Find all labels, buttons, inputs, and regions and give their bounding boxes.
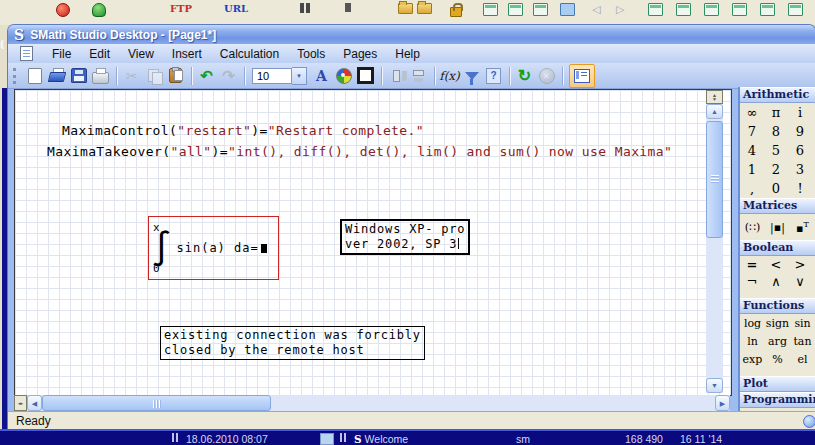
window-icon[interactable]	[788, 3, 803, 16]
palette-header-arithmetic[interactable]: Arithmetic	[740, 87, 815, 103]
palette-item-and[interactable]: ∧	[764, 274, 788, 289]
undo-button[interactable]: ↶	[196, 66, 217, 86]
paste-button[interactable]	[165, 66, 186, 86]
palette-item-infinity[interactable]: ∞	[740, 105, 764, 120]
palette-item-matrix[interactable]: (∷)	[740, 221, 765, 234]
palette-item-0[interactable]: 0	[764, 181, 788, 196]
palette-item-1[interactable]: 1	[740, 162, 764, 177]
palette-item-determinant[interactable]: |▪|	[765, 221, 790, 234]
ftp-button[interactable]: FTP	[170, 3, 192, 14]
palette-item-exp[interactable]: exp	[740, 353, 765, 366]
palette-item-pi[interactable]: π	[764, 105, 788, 120]
window-icon[interactable]	[533, 3, 548, 16]
menu-pages[interactable]: Pages	[334, 45, 386, 63]
palette-item-2[interactable]: 2	[764, 162, 788, 177]
palette-item-arg[interactable]: arg	[765, 335, 790, 348]
palette-item-7[interactable]: 7	[740, 124, 764, 139]
font-size-combobox[interactable]: 10	[252, 68, 292, 84]
selected-integral-region[interactable]: x ∫ 0 sin(a) da=	[148, 216, 279, 280]
new-button[interactable]	[24, 66, 45, 86]
scroll-up-button[interactable]: ▲	[706, 104, 723, 119]
burst-icon[interactable]	[92, 3, 106, 17]
save-button[interactable]	[68, 66, 89, 86]
redo-button[interactable]: ↷	[218, 66, 239, 86]
toolbar-grip[interactable]	[13, 68, 19, 84]
side-panel-toggle-button[interactable]	[569, 64, 595, 88]
open-button[interactable]	[46, 66, 67, 86]
window-icon[interactable]	[676, 3, 691, 16]
url-button[interactable]: URL	[224, 3, 248, 14]
help-button[interactable]: ?	[483, 66, 504, 86]
align-vertical-button[interactable]	[408, 66, 429, 86]
print-button[interactable]	[90, 66, 111, 86]
palette-item-3[interactable]: 3	[788, 162, 812, 177]
window-icon[interactable]	[483, 3, 498, 16]
palette-header-functions[interactable]: Functions	[740, 298, 815, 314]
scroll-left-button[interactable]: ◀	[27, 395, 42, 411]
border-button[interactable]	[355, 66, 376, 86]
palette-header-plot[interactable]: Plot	[740, 376, 815, 392]
palette-item-4[interactable]: 4	[740, 143, 764, 158]
palette-header-programming[interactable]: Programming	[740, 392, 815, 408]
palette-color-button[interactable]	[333, 66, 354, 86]
recalculate-button[interactable]: ↻	[514, 66, 535, 86]
palette-item-i[interactable]: i	[788, 105, 812, 120]
function-button[interactable]: f(x)	[439, 66, 460, 86]
cut-button[interactable]	[121, 66, 142, 86]
vertical-scrollbar[interactable]: ▲▼ ▲ ▼	[706, 90, 723, 393]
taskbar-app-button[interactable]: SWelcome	[354, 433, 408, 445]
folder-icon[interactable]	[398, 3, 413, 14]
flower-icon[interactable]	[56, 3, 70, 17]
palette-item-el[interactable]: el	[790, 353, 815, 366]
align-horizontal-button[interactable]	[386, 66, 407, 86]
filter-button[interactable]	[461, 66, 482, 86]
folder-icon[interactable]	[417, 3, 432, 14]
window-icon[interactable]	[704, 3, 719, 16]
text-region-connection[interactable]: existing connection was forcibly closed …	[160, 326, 425, 360]
palette-item-6[interactable]: 6	[788, 143, 812, 158]
menu-view[interactable]: View	[119, 45, 163, 63]
copy-button[interactable]	[143, 66, 164, 86]
math-expression[interactable]: MaximaControl("restart")="Restart comple…	[62, 123, 424, 138]
worksheet-canvas[interactable]: MaximaControl("restart")="Restart comple…	[14, 89, 732, 396]
menu-tools[interactable]: Tools	[288, 45, 334, 63]
palette-item-ln[interactable]: ln	[740, 335, 765, 348]
menu-help[interactable]: Help	[386, 45, 429, 63]
document-icon[interactable]	[20, 46, 33, 61]
split-handle[interactable]: ▲▼	[706, 90, 723, 104]
cursor-arrow-icon[interactable]: ▷	[616, 3, 624, 16]
scroll-right-button[interactable]: ▶	[715, 395, 730, 411]
palette-item-9[interactable]: 9	[788, 124, 812, 139]
palette-item-5[interactable]: 5	[764, 143, 788, 158]
window-icon[interactable]	[508, 3, 523, 16]
window-icon[interactable]	[648, 3, 663, 16]
math-expression[interactable]: MaximaTakeover("all")="int(), diff(), de…	[47, 144, 672, 159]
palette-item-less[interactable]: <	[764, 257, 788, 272]
palette-item-log[interactable]: log	[740, 317, 765, 330]
split-handle[interactable]: ◂▸	[14, 395, 27, 411]
palette-item-sign[interactable]: sign	[765, 317, 790, 330]
menu-calculation[interactable]: Calculation	[211, 45, 288, 63]
palette-item-percent[interactable]: %	[765, 353, 790, 366]
palette-item-equal[interactable]: =	[740, 257, 764, 272]
palette-item-or[interactable]: ∨	[788, 274, 812, 289]
horizontal-scrollbar[interactable]: ◂▸ ◀ ▶	[14, 395, 730, 411]
text-region-windows-xp[interactable]: Windows XP- pro ver 2002, SP 3	[340, 219, 470, 255]
menu-insert[interactable]: Insert	[163, 45, 211, 63]
stop-button[interactable]: ×	[536, 66, 557, 86]
palette-item-8[interactable]: 8	[764, 124, 788, 139]
palette-item-comma[interactable]: ,	[740, 181, 764, 196]
font-size-dropdown-button[interactable]	[292, 67, 307, 85]
glyph-icon[interactable]	[300, 3, 304, 13]
lock-icon[interactable]	[450, 7, 462, 17]
cursor-arrow-icon[interactable]: ◁	[592, 3, 600, 16]
window-icon[interactable]	[732, 3, 747, 16]
taskbar-square-icon[interactable]	[320, 433, 334, 445]
palette-item-sin[interactable]: sin	[790, 317, 815, 330]
horizontal-scroll-thumb[interactable]	[42, 395, 271, 411]
font-color-button[interactable]: A	[311, 66, 332, 86]
window-blue-icon[interactable]	[560, 3, 575, 16]
palette-item-factorial[interactable]: !	[788, 181, 812, 196]
palette-item-transpose[interactable]: ▪T	[790, 220, 815, 235]
menu-edit[interactable]: Edit	[80, 45, 119, 63]
